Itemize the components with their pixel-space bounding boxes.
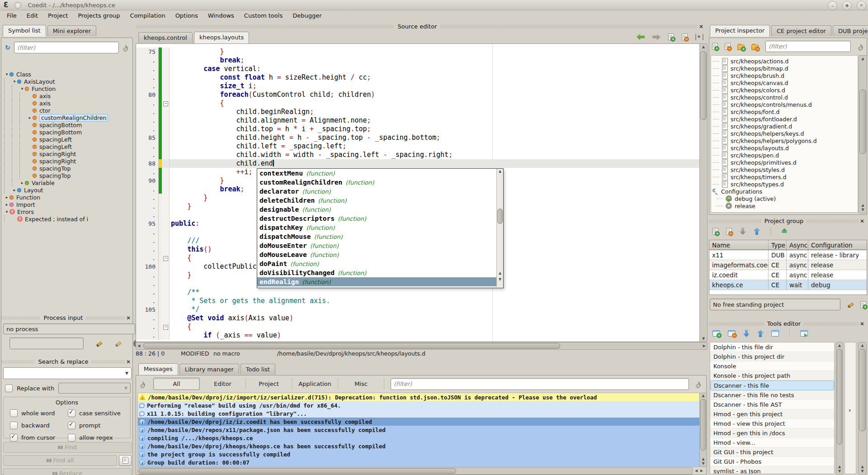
code-line[interactable]: . child.top = h * i + _spacing.top; [136, 125, 699, 133]
symbol-tree-item[interactable]: ▸Variable [4, 179, 131, 186]
new-free-standing-icon[interactable] [860, 301, 866, 308]
project-file-item[interactable]: src/kheops/canvas.d [711, 79, 858, 86]
filter-all[interactable]: All [153, 378, 200, 390]
checkbox-backward[interactable] [10, 422, 18, 429]
project-file-item[interactable]: src/kheops/layouts.d [711, 144, 858, 152]
project-file-item[interactable]: src/kheops/actions.d [711, 57, 858, 65]
code-line[interactable]: . size_t i; [136, 82, 699, 90]
code-line[interactable]: . child.alignment = Alignment.none; [136, 116, 699, 125]
completion-item[interactable]: endRealign(function) [257, 277, 503, 286]
move-down-icon[interactable] [740, 228, 746, 235]
completion-item[interactable]: declarator(function) [257, 187, 503, 196]
project-file-item[interactable]: src/kheops/types.d [711, 180, 858, 188]
menu-item-options[interactable]: Options [170, 11, 203, 20]
tools-scrollbar[interactable]: ▲ ▲ ▼ [836, 342, 843, 475]
menu-item-project[interactable]: Project [43, 11, 73, 20]
symbol-tree-item[interactable]: spacingTop [4, 165, 131, 172]
project-file-item[interactable]: src/kheops/controls/menus.d [711, 101, 858, 108]
checkbox-allow-regex[interactable] [68, 434, 75, 442]
clear-filter-brush-icon[interactable] [123, 44, 130, 51]
message-row[interactable]: x11 1.0.15: building configuration "libr… [138, 409, 699, 418]
project-file-item[interactable]: src/kheops/fontloader.d [711, 115, 858, 123]
go-forward-icon[interactable] [652, 34, 660, 40]
completion-item[interactable]: dispatchKey(function) [257, 223, 503, 232]
project-file-item[interactable]: src/kheops/helpers/polygons.d [711, 137, 858, 144]
popup-scroll-down-icon[interactable]: ▼ [497, 277, 503, 281]
expand-icon[interactable]: ▸ [4, 202, 9, 207]
messages-vscrollbar[interactable]: ▲ ▲ ▼ [699, 393, 707, 467]
tool-item[interactable]: Hmod - view this project [710, 419, 834, 428]
go-back-icon[interactable] [637, 34, 645, 40]
scroll-left-icon[interactable]: ◀ [137, 344, 140, 348]
column-header-type[interactable]: Type [768, 240, 786, 250]
message-row[interactable]: Performing "release" build using /usr/bi… [138, 401, 699, 409]
configuration-item[interactable]: release [711, 202, 858, 209]
completion-item[interactable]: dispatchMouse(function) [257, 232, 503, 241]
scroll-up2-icon[interactable]: ▲ [836, 465, 843, 469]
message-row[interactable]: compiling /.../kheops/kheops.ce [138, 434, 699, 442]
inspector-filter-input[interactable]: (filter) [765, 41, 851, 52]
symbol-tree-item[interactable]: spacingLeft [4, 136, 131, 143]
project-row[interactable]: imageformats.coeditCEasyncrelease [709, 260, 867, 270]
window-menu-icon[interactable] [14, 2, 21, 9]
filter-misc[interactable]: Misc [338, 378, 384, 390]
code-line[interactable]: . @Set void axis(Axis value) [136, 314, 699, 323]
code-line[interactable]: . child.width = width - _spacing.left - … [136, 151, 699, 159]
replace-with-checkbox[interactable] [5, 385, 13, 392]
message-row[interactable]: the project group is successfully compil… [138, 450, 699, 458]
code-line[interactable]: . const float h = sizeRect.height / cc; [136, 73, 699, 82]
find-all-in-doc-button[interactable] [119, 455, 132, 466]
scroll-up-icon[interactable]: ▲ [700, 394, 707, 398]
menu-item-debugger[interactable]: Debugger [288, 11, 326, 20]
symbol-tree-item[interactable]: axis [4, 92, 131, 100]
symbol-tree-item[interactable]: ▾Class [4, 71, 131, 78]
tools-scroll-thumb[interactable] [837, 349, 842, 445]
project-file-item[interactable]: src/kheops/bitmap.d [711, 65, 858, 72]
collapse-icon[interactable]: ▾ [19, 86, 25, 91]
project-file-item[interactable]: src/kheops/pen.d [711, 152, 858, 159]
process-input-field[interactable] [9, 337, 84, 349]
tool-item[interactable]: Hmod - view... [710, 438, 834, 447]
project-row[interactable]: iz.coeditCEasyncrelease [709, 270, 867, 280]
clone-tool-icon[interactable] [771, 330, 779, 337]
parameters-scroll-thumb[interactable] [859, 349, 866, 431]
close-icon[interactable]: ✕ [860, 218, 864, 224]
collapse-icon[interactable]: ▾ [4, 72, 9, 76]
filter-application[interactable]: Application [292, 378, 338, 390]
code-line[interactable]: . child.beginRealign; [136, 108, 699, 116]
completion-item[interactable]: deleteChildren(function) [257, 196, 503, 205]
symbol-tree-item[interactable]: ▸Function [4, 194, 131, 201]
symbol-tree-item[interactable]: ▸Layout [4, 186, 131, 194]
editor-vscrollbar[interactable]: ▲ ▼ [699, 43, 708, 342]
move-up-icon[interactable] [754, 228, 760, 235]
tool-item[interactable]: Dscanner - this file no tests [710, 390, 834, 400]
scroll-down-icon[interactable]: ▼ [700, 337, 707, 341]
message-row[interactable]: /home/basile/Dev/dproj/iz/iz.coedit has … [138, 418, 699, 426]
column-header-async[interactable]: Async [786, 240, 808, 250]
scroll-up2-icon[interactable]: ▲ [700, 457, 707, 461]
menu-item-windows[interactable]: Windows [203, 11, 239, 20]
code-line[interactable]: . case vertical: [136, 65, 699, 73]
scroll-right-icon[interactable]: ▶ [700, 469, 703, 473]
editor-vscroll-thumb[interactable] [700, 51, 707, 120]
move-tool-down-icon[interactable] [743, 330, 750, 337]
popup-scroll-thumb[interactable] [497, 209, 503, 224]
project-file-item[interactable]: src/kheops/control.d [711, 94, 858, 101]
collapse-icon[interactable]: ▾ [12, 79, 17, 84]
tab-symbol-list[interactable]: Symbol list [3, 25, 46, 37]
symbol-tree-item[interactable]: ctor [4, 107, 131, 114]
symbol-tree-item[interactable]: ▾Function [4, 85, 131, 92]
close-button-icon[interactable]: ✕ [857, 1, 866, 10]
code-line[interactable]: 88 child.end [136, 159, 699, 168]
code-line[interactable]: . if (_axis == value) [136, 331, 699, 340]
code-line[interactable]: . /** [136, 288, 699, 297]
close-icon[interactable]: ✕ [126, 315, 131, 321]
tool-item[interactable]: Git GUI - this project [710, 447, 834, 457]
run-tool-icon[interactable] [800, 330, 808, 337]
tab-dub-project-editor[interactable]: DUB project editor [833, 25, 868, 36]
project-row[interactable]: x11DUBasyncrelease - library [709, 250, 867, 260]
code-line[interactable]: . break; [136, 56, 699, 65]
tool-item[interactable]: Git GUI - Phobos [710, 457, 834, 466]
scroll-up-icon[interactable]: ▲ [700, 45, 707, 49]
editor-tab-kheops-layouts[interactable]: kheops.layouts [194, 32, 249, 43]
